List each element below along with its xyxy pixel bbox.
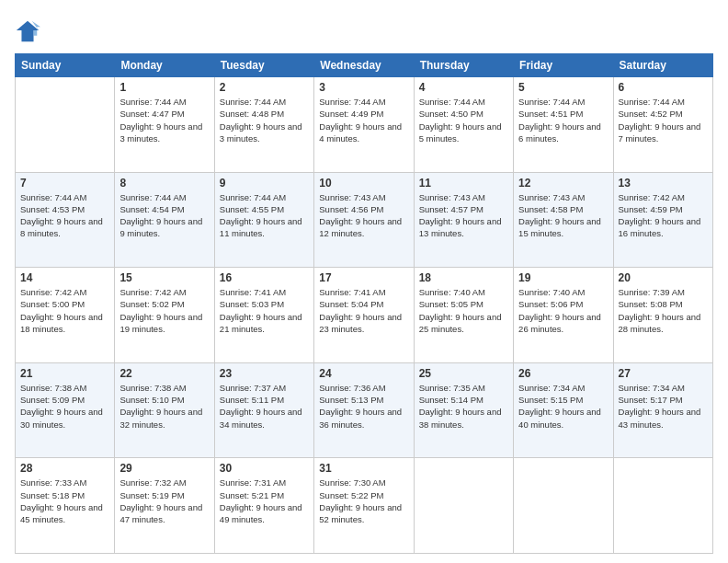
day-info: Sunrise: 7:41 AM Sunset: 5:04 PM Dayligh… — [319, 286, 408, 335]
table-row: 12Sunrise: 7:43 AM Sunset: 4:58 PM Dayli… — [514, 172, 613, 268]
table-row: 15Sunrise: 7:42 AM Sunset: 5:02 PM Dayli… — [115, 268, 214, 363]
day-info: Sunrise: 7:38 AM Sunset: 5:09 PM Dayligh… — [20, 382, 109, 431]
day-info: Sunrise: 7:40 AM Sunset: 5:06 PM Dayligh… — [518, 286, 608, 335]
day-info: Sunrise: 7:37 AM Sunset: 5:11 PM Dayligh… — [220, 382, 309, 431]
week-row-1: 1Sunrise: 7:44 AM Sunset: 4:47 PM Daylig… — [16, 77, 713, 173]
week-row-5: 28Sunrise: 7:33 AM Sunset: 5:18 PM Dayli… — [16, 458, 713, 554]
calendar-table: SundayMondayTuesdayWednesdayThursdayFrid… — [15, 53, 713, 554]
table-row: 31Sunrise: 7:30 AM Sunset: 5:22 PM Dayli… — [314, 458, 414, 554]
day-number: 29 — [119, 462, 209, 475]
table-row: 18Sunrise: 7:40 AM Sunset: 5:05 PM Dayli… — [414, 268, 513, 363]
table-row: 13Sunrise: 7:42 AM Sunset: 4:59 PM Dayli… — [613, 172, 712, 268]
day-info: Sunrise: 7:40 AM Sunset: 5:05 PM Dayligh… — [419, 286, 508, 335]
weekday-header-monday: Monday — [115, 54, 214, 77]
table-row: 8Sunrise: 7:44 AM Sunset: 4:54 PM Daylig… — [115, 172, 214, 268]
day-number: 9 — [220, 177, 309, 190]
table-row: 27Sunrise: 7:34 AM Sunset: 5:17 PM Dayli… — [613, 362, 712, 458]
table-row: 7Sunrise: 7:44 AM Sunset: 4:53 PM Daylig… — [16, 172, 115, 268]
day-number: 21 — [20, 367, 109, 380]
day-info: Sunrise: 7:44 AM Sunset: 4:51 PM Dayligh… — [518, 96, 608, 144]
day-number: 4 — [419, 81, 508, 94]
day-number: 30 — [220, 462, 309, 475]
day-info: Sunrise: 7:43 AM Sunset: 4:57 PM Dayligh… — [419, 191, 508, 240]
day-info: Sunrise: 7:36 AM Sunset: 5:13 PM Dayligh… — [319, 382, 408, 431]
table-row — [16, 77, 115, 173]
day-info: Sunrise: 7:34 AM Sunset: 5:17 PM Dayligh… — [619, 382, 708, 431]
table-row: 30Sunrise: 7:31 AM Sunset: 5:21 PM Dayli… — [214, 458, 313, 554]
day-number: 23 — [220, 367, 309, 380]
day-info: Sunrise: 7:38 AM Sunset: 5:10 PM Dayligh… — [119, 382, 209, 431]
weekday-header-friday: Friday — [514, 54, 613, 77]
page: SundayMondayTuesdayWednesdayThursdayFrid… — [0, 0, 728, 563]
table-row — [414, 458, 513, 554]
logo-icon — [15, 18, 40, 44]
day-number: 12 — [518, 177, 608, 190]
day-info: Sunrise: 7:43 AM Sunset: 4:56 PM Dayligh… — [319, 191, 408, 240]
table-row — [613, 458, 712, 554]
weekday-header-wednesday: Wednesday — [314, 54, 414, 77]
day-number: 25 — [419, 367, 508, 380]
logo — [15, 18, 44, 44]
table-row: 1Sunrise: 7:44 AM Sunset: 4:47 PM Daylig… — [115, 77, 214, 173]
day-info: Sunrise: 7:44 AM Sunset: 4:54 PM Dayligh… — [119, 191, 209, 240]
day-number: 17 — [319, 271, 408, 284]
day-number: 16 — [220, 271, 309, 284]
table-row: 26Sunrise: 7:34 AM Sunset: 5:15 PM Dayli… — [514, 362, 613, 458]
day-info: Sunrise: 7:44 AM Sunset: 4:52 PM Dayligh… — [619, 96, 708, 144]
day-info: Sunrise: 7:42 AM Sunset: 4:59 PM Dayligh… — [619, 191, 708, 240]
table-row: 9Sunrise: 7:44 AM Sunset: 4:55 PM Daylig… — [214, 172, 313, 268]
day-info: Sunrise: 7:42 AM Sunset: 5:00 PM Dayligh… — [20, 286, 109, 335]
day-info: Sunrise: 7:44 AM Sunset: 4:50 PM Dayligh… — [419, 96, 508, 144]
day-number: 31 — [319, 462, 408, 475]
day-number: 3 — [319, 81, 408, 94]
day-number: 27 — [619, 367, 708, 380]
day-number: 19 — [518, 271, 608, 284]
week-row-2: 7Sunrise: 7:44 AM Sunset: 4:53 PM Daylig… — [16, 172, 713, 268]
table-row: 5Sunrise: 7:44 AM Sunset: 4:51 PM Daylig… — [514, 77, 613, 173]
day-number: 10 — [319, 177, 408, 190]
table-row: 24Sunrise: 7:36 AM Sunset: 5:13 PM Dayli… — [314, 362, 414, 458]
day-info: Sunrise: 7:42 AM Sunset: 5:02 PM Dayligh… — [119, 286, 209, 335]
table-row: 20Sunrise: 7:39 AM Sunset: 5:08 PM Dayli… — [613, 268, 712, 363]
table-row: 14Sunrise: 7:42 AM Sunset: 5:00 PM Dayli… — [16, 268, 115, 363]
day-number: 14 — [20, 271, 109, 284]
table-row: 6Sunrise: 7:44 AM Sunset: 4:52 PM Daylig… — [613, 77, 712, 173]
weekday-header-sunday: Sunday — [16, 54, 115, 77]
day-number: 26 — [518, 367, 608, 380]
table-row: 25Sunrise: 7:35 AM Sunset: 5:14 PM Dayli… — [414, 362, 513, 458]
calendar-body: 1Sunrise: 7:44 AM Sunset: 4:47 PM Daylig… — [16, 77, 713, 554]
day-info: Sunrise: 7:44 AM Sunset: 4:48 PM Dayligh… — [220, 96, 309, 144]
day-info: Sunrise: 7:41 AM Sunset: 5:03 PM Dayligh… — [220, 286, 309, 335]
table-row: 17Sunrise: 7:41 AM Sunset: 5:04 PM Dayli… — [314, 268, 414, 363]
table-row: 10Sunrise: 7:43 AM Sunset: 4:56 PM Dayli… — [314, 172, 414, 268]
day-info: Sunrise: 7:33 AM Sunset: 5:18 PM Dayligh… — [20, 477, 109, 525]
table-header: SundayMondayTuesdayWednesdayThursdayFrid… — [16, 54, 713, 77]
day-info: Sunrise: 7:39 AM Sunset: 5:08 PM Dayligh… — [619, 286, 708, 335]
day-number: 20 — [619, 271, 708, 284]
day-number: 28 — [20, 462, 109, 475]
day-number: 6 — [619, 81, 708, 94]
day-number: 5 — [518, 81, 608, 94]
day-info: Sunrise: 7:44 AM Sunset: 4:47 PM Dayligh… — [119, 96, 209, 144]
day-info: Sunrise: 7:44 AM Sunset: 4:53 PM Dayligh… — [20, 191, 109, 240]
day-number: 24 — [319, 367, 408, 380]
day-info: Sunrise: 7:44 AM Sunset: 4:55 PM Dayligh… — [220, 191, 309, 240]
day-number: 2 — [220, 81, 309, 94]
table-row: 21Sunrise: 7:38 AM Sunset: 5:09 PM Dayli… — [16, 362, 115, 458]
day-info: Sunrise: 7:35 AM Sunset: 5:14 PM Dayligh… — [419, 382, 508, 431]
day-number: 11 — [419, 177, 508, 190]
table-row: 4Sunrise: 7:44 AM Sunset: 4:50 PM Daylig… — [414, 77, 513, 173]
day-info: Sunrise: 7:44 AM Sunset: 4:49 PM Dayligh… — [319, 96, 408, 144]
table-row: 11Sunrise: 7:43 AM Sunset: 4:57 PM Dayli… — [414, 172, 513, 268]
table-row — [514, 458, 613, 554]
header — [15, 15, 713, 44]
day-info: Sunrise: 7:30 AM Sunset: 5:22 PM Dayligh… — [319, 477, 408, 525]
weekday-header-saturday: Saturday — [613, 54, 712, 77]
weekday-header-thursday: Thursday — [414, 54, 513, 77]
table-row: 29Sunrise: 7:32 AM Sunset: 5:19 PM Dayli… — [115, 458, 214, 554]
week-row-4: 21Sunrise: 7:38 AM Sunset: 5:09 PM Dayli… — [16, 362, 713, 458]
weekday-header-tuesday: Tuesday — [214, 54, 313, 77]
table-row: 22Sunrise: 7:38 AM Sunset: 5:10 PM Dayli… — [115, 362, 214, 458]
day-info: Sunrise: 7:34 AM Sunset: 5:15 PM Dayligh… — [518, 382, 608, 431]
day-number: 7 — [20, 177, 109, 190]
